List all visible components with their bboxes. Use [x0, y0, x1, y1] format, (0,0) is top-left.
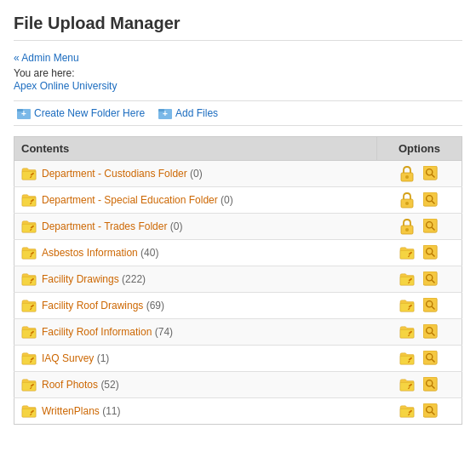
folder-link[interactable]: WrittenPlans (11) [42, 405, 120, 417]
svg-rect-31 [423, 245, 437, 259]
lock-icon[interactable] [399, 165, 416, 182]
create-folder-label: Create New Folder Here [34, 107, 145, 119]
add-files-button[interactable]: + Add Files [158, 106, 218, 120]
folder-icon [21, 246, 37, 260]
svg-point-9 [405, 175, 409, 179]
folder-edit-icon[interactable] [399, 323, 416, 340]
lock-icon[interactable] [399, 218, 416, 235]
svg-point-23 [405, 228, 409, 232]
folder-link[interactable]: Asbestos Information (40) [42, 247, 158, 259]
file-table: Contents Options Department - Custodians… [14, 136, 462, 425]
table-row: Department - Special Education Folder (0… [14, 187, 462, 214]
toolbar: + Create New Folder Here + Add Files [14, 100, 462, 126]
folder-icon [21, 299, 37, 312]
svg-text:+: + [163, 109, 168, 118]
svg-rect-73 [423, 403, 437, 417]
folder-edit-icon[interactable] [399, 271, 416, 288]
search-icon[interactable] [422, 271, 439, 288]
folder-edit-icon[interactable] [399, 244, 416, 261]
col-contents: Contents [14, 137, 377, 161]
table-row: Asbestos Information (40) [14, 240, 462, 266]
table-row: Roof Photos (52) [14, 372, 462, 398]
create-folder-icon: + [17, 106, 31, 120]
table-row: Department - Custodians Folder (0) [14, 161, 462, 187]
search-icon[interactable] [422, 323, 439, 340]
svg-rect-45 [423, 298, 437, 312]
folder-link[interactable]: Department - Custodians Folder (0) [42, 168, 203, 180]
svg-rect-52 [423, 324, 437, 338]
folder-icon [21, 325, 37, 339]
search-icon[interactable] [422, 376, 439, 393]
folder-icon [21, 220, 37, 233]
lock-icon[interactable] [399, 191, 416, 209]
table-row: WrittenPlans (11) [14, 398, 462, 425]
breadcrumb-link[interactable]: Apex Online University [14, 80, 117, 92]
folder-link[interactable]: Department - Special Education Folder (0… [42, 194, 233, 206]
table-row: Facility Drawings (222) [14, 266, 462, 293]
folder-link[interactable]: Facility Roof Drawings (69) [42, 300, 164, 312]
add-files-icon: + [158, 106, 172, 120]
svg-rect-59 [423, 351, 437, 364]
folder-icon [21, 272, 37, 286]
admin-menu-link[interactable]: « Admin Menu [14, 52, 79, 64]
search-icon[interactable] [422, 165, 439, 182]
search-icon[interactable] [422, 191, 439, 209]
search-icon[interactable] [422, 350, 439, 367]
svg-rect-66 [423, 377, 437, 391]
folder-edit-icon[interactable] [399, 297, 416, 314]
svg-point-16 [405, 202, 409, 205]
folder-edit-icon[interactable] [399, 376, 416, 393]
svg-rect-38 [423, 272, 437, 285]
breadcrumb-label: You are here: [14, 67, 462, 79]
folder-icon [21, 404, 37, 418]
folder-icon [21, 167, 37, 180]
folder-icon [21, 378, 37, 392]
search-icon[interactable] [422, 244, 439, 261]
folder-edit-icon[interactable] [399, 403, 416, 420]
svg-text:+: + [21, 109, 26, 118]
col-options: Options [377, 137, 462, 161]
table-row: IAQ Survey (1) [14, 346, 462, 372]
folder-link[interactable]: Roof Photos (52) [42, 379, 119, 391]
svg-rect-17 [423, 192, 437, 206]
add-files-label: Add Files [175, 107, 218, 119]
table-row: Facility Roof Information (74) [14, 319, 462, 346]
folder-link[interactable]: Facility Drawings (222) [42, 273, 146, 285]
folder-icon [21, 352, 37, 365]
folder-icon [21, 193, 37, 207]
svg-rect-10 [423, 166, 437, 180]
folder-link[interactable]: IAQ Survey (1) [42, 352, 109, 364]
search-icon[interactable] [422, 297, 439, 314]
search-icon[interactable] [422, 218, 439, 235]
table-row: Facility Roof Drawings (69) [14, 293, 462, 319]
page-title: File Upload Manager [14, 14, 462, 41]
table-row: Department - Trades Folder (0) [14, 214, 462, 240]
create-folder-button[interactable]: + Create New Folder Here [17, 106, 145, 120]
search-icon[interactable] [422, 403, 439, 420]
folder-edit-icon[interactable] [399, 350, 416, 367]
folder-link[interactable]: Facility Roof Information (74) [42, 326, 173, 338]
folder-link[interactable]: Department - Trades Folder (0) [42, 220, 182, 232]
svg-rect-24 [423, 219, 437, 232]
